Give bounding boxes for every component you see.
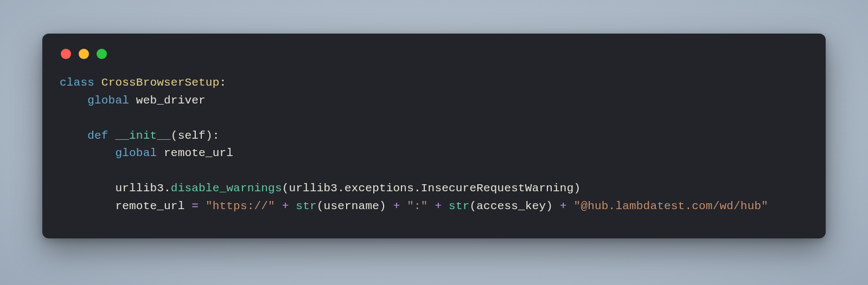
string-colon: ":" (407, 200, 427, 212)
param-self: self (178, 129, 206, 142)
operator-plus: + (560, 200, 567, 212)
operator-plus: + (393, 200, 400, 212)
zoom-icon[interactable] (97, 49, 107, 59)
identifier-remote-url: remote_url (115, 200, 184, 212)
paren-open: ( (282, 182, 289, 195)
attr-exceptions: exceptions (344, 182, 414, 195)
paren-open: ( (470, 200, 477, 212)
dot: . (337, 182, 344, 195)
identifier-web-driver: web_driver (136, 94, 206, 107)
operator-plus: + (282, 200, 289, 212)
dot: . (414, 182, 421, 195)
code-block: class CrossBrowserSetup: global web_driv… (60, 74, 808, 215)
keyword-global: global (115, 147, 157, 159)
colon: : (213, 129, 220, 142)
string-https: "https://" (206, 200, 275, 212)
method-init: __init__ (115, 129, 170, 142)
identifier-username: username (324, 200, 379, 212)
module-urllib3: urllib3 (289, 182, 338, 195)
class-insecure-request-warning: InsecureRequestWarning (421, 182, 574, 195)
keyword-class: class (60, 76, 94, 89)
call-str: str (296, 200, 316, 212)
string-hub: "@hub.lambdatest.com/wd/hub" (574, 200, 768, 212)
paren-close: ) (379, 200, 386, 212)
operator-plus: + (435, 200, 442, 212)
dot: . (164, 182, 171, 195)
identifier-remote-url: remote_url (164, 147, 233, 159)
paren-open: ( (171, 129, 178, 142)
keyword-global: global (87, 94, 129, 107)
call-disable-warnings: disable_warnings (171, 182, 282, 195)
module-urllib3: urllib3 (115, 182, 164, 195)
paren-close: ) (206, 129, 213, 142)
keyword-def: def (87, 129, 108, 142)
paren-close: ) (573, 182, 580, 195)
identifier-access-key: access_key (476, 200, 546, 212)
operator-equals: = (192, 200, 199, 212)
paren-close: ) (546, 200, 553, 212)
code-window: class CrossBrowserSetup: global web_driv… (42, 34, 826, 238)
close-icon[interactable] (61, 49, 71, 59)
paren-open: ( (317, 200, 324, 212)
window-traffic-lights (61, 49, 808, 59)
class-name: CrossBrowserSetup (101, 76, 220, 89)
colon: : (219, 76, 226, 89)
minimize-icon[interactable] (79, 49, 89, 59)
call-str: str (449, 200, 469, 212)
